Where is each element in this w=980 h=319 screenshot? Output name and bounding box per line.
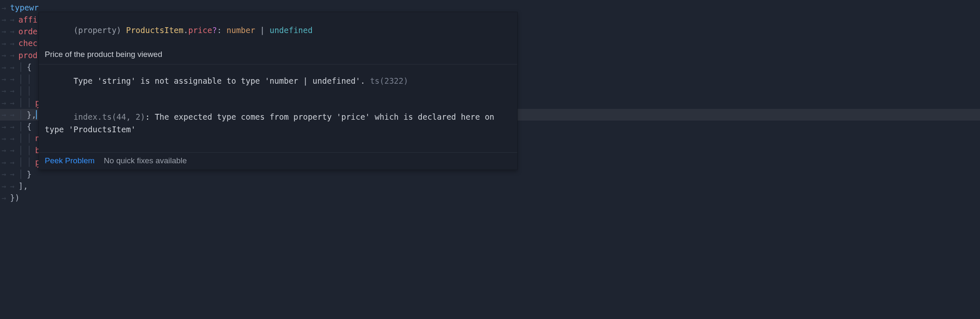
indent-guide: │	[18, 170, 27, 179]
code-editor[interactable]: → typewr → → affi → → orde → → chec → → …	[0, 0, 980, 319]
indent-arrow-icon: →	[10, 98, 18, 107]
indent-guide: │	[27, 75, 35, 84]
indent-arrow-icon: →	[10, 75, 18, 83]
text-cursor	[36, 110, 37, 119]
indent-arrow-icon: →	[10, 51, 18, 59]
indent-guide: │	[27, 134, 35, 143]
indent-arrow-icon: →	[10, 63, 18, 72]
hover-related-info: index.ts(44, 2): The expected type comes…	[39, 96, 517, 152]
token-property: chec	[18, 39, 38, 48]
token-brace: {	[27, 122, 31, 131]
code-line[interactable]: → → ],	[0, 180, 980, 192]
no-quick-fix-label: No quick fixes available	[104, 156, 187, 165]
indent-arrow-icon: →	[10, 110, 18, 119]
token-identifier: typewr	[10, 3, 39, 12]
indent-arrow-icon: →	[2, 98, 10, 107]
hover-footer: Peek Problem No quick fixes available	[39, 153, 517, 170]
token-brace: })	[10, 193, 20, 202]
hover-sig-label: (property)	[74, 26, 126, 35]
hover-sig-undefined: undefined	[270, 26, 313, 35]
indent-guide: │	[18, 86, 27, 95]
indent-guide: │	[27, 157, 35, 167]
indent-guide: │	[18, 98, 27, 107]
code-line[interactable]: → })	[0, 192, 980, 203]
hover-sig-pipe: |	[255, 26, 269, 35]
indent-arrow-icon: →	[2, 51, 10, 59]
indent-arrow-icon: →	[10, 134, 18, 143]
indent-arrow-icon: →	[10, 27, 18, 36]
indent-guide: │	[18, 122, 27, 131]
hover-error-message: Type 'string' is not assignable to type …	[39, 64, 517, 96]
indent-arrow-icon: →	[2, 182, 10, 190]
indent-guide: │	[18, 110, 27, 119]
hover-error-text: Type 'string' is not assignable to type …	[74, 76, 365, 85]
hover-documentation: Price of the product being viewed	[39, 48, 517, 64]
token-property: affi	[18, 15, 38, 24]
hover-sig-dot: .	[184, 26, 188, 35]
indent-guide: │	[27, 86, 35, 95]
hover-sig-optional: ?	[212, 26, 217, 35]
token-brace: },	[27, 110, 36, 119]
hover-related-colon: :	[145, 112, 155, 121]
token-brace: }	[27, 170, 31, 179]
indent-arrow-icon: →	[2, 134, 10, 143]
indent-guide: │	[27, 98, 35, 107]
hover-related-location[interactable]: index.ts(44, 2)	[74, 112, 145, 121]
indent-arrow-icon: →	[10, 15, 18, 24]
indent-arrow-icon: →	[10, 182, 18, 190]
indent-arrow-icon: →	[10, 86, 18, 95]
indent-arrow-icon: →	[2, 146, 10, 154]
indent-arrow-icon: →	[2, 122, 10, 131]
indent-guide: │	[18, 134, 27, 143]
hover-sig-colon: :	[217, 26, 227, 35]
hover-sig-prop: price	[188, 26, 212, 35]
indent-arrow-icon: →	[2, 75, 10, 83]
token-property: orde	[18, 27, 38, 36]
indent-arrow-icon: →	[10, 146, 18, 154]
indent-arrow-icon: →	[2, 170, 10, 178]
indent-guide: │	[18, 146, 27, 155]
indent-guide: │	[18, 75, 27, 84]
hover-sig-number: number	[227, 26, 255, 35]
indent-arrow-icon: →	[2, 193, 10, 202]
indent-guide: │	[18, 62, 27, 72]
indent-arrow-icon: →	[2, 27, 10, 36]
token-brace: {	[27, 62, 31, 72]
indent-arrow-icon: →	[2, 39, 10, 48]
indent-arrow-icon: →	[10, 122, 18, 131]
indent-guide: │	[18, 157, 27, 167]
indent-arrow-icon: →	[10, 39, 18, 48]
hover-tooltip[interactable]: (property) ProductsItem.price?: number |…	[38, 12, 518, 170]
indent-arrow-icon: →	[2, 86, 10, 95]
indent-arrow-icon: →	[2, 63, 10, 72]
peek-problem-link[interactable]: Peek Problem	[45, 156, 94, 165]
indent-arrow-icon: →	[2, 110, 10, 119]
token-bracket: ],	[18, 181, 28, 190]
indent-arrow-icon: →	[2, 15, 10, 24]
indent-arrow-icon: →	[2, 3, 10, 12]
hover-signature: (property) ProductsItem.price?: number |…	[39, 12, 517, 48]
indent-guide: │	[27, 146, 35, 155]
token-property: prod	[18, 51, 38, 60]
indent-arrow-icon: →	[10, 170, 18, 178]
hover-error-code: ts(2322)	[370, 76, 408, 85]
indent-arrow-icon: →	[2, 158, 10, 167]
hover-sig-type: ProductsItem	[126, 26, 183, 35]
indent-arrow-icon: →	[10, 158, 18, 167]
